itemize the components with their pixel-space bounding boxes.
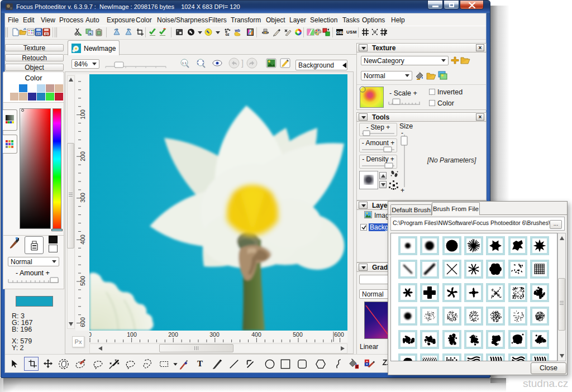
svg-text:100: 100 [127,331,137,338]
svg-text:300: 300 [209,331,220,338]
svg-text:200: 200 [79,151,86,161]
svg-text:1:1: 1:1 [182,61,187,65]
svg-text:GB: GB [336,30,343,35]
svg-text:400: 400 [251,331,261,338]
svg-text:wb: wb [234,28,240,32]
svg-text:200: 200 [168,331,178,338]
svg-text:Q: Q [45,32,48,36]
svg-text:300: 300 [79,193,86,203]
svg-text:600: 600 [79,317,86,327]
svg-text:600: 600 [334,331,344,338]
svg-text:RS: RS [37,32,41,36]
svg-text:400: 400 [79,235,86,245]
svg-text:100: 100 [79,109,86,119]
svg-text:500: 500 [79,276,86,286]
svg-text:0: 0 [89,331,92,338]
svg-text:oz: oz [225,32,230,36]
svg-text:500: 500 [293,331,303,338]
